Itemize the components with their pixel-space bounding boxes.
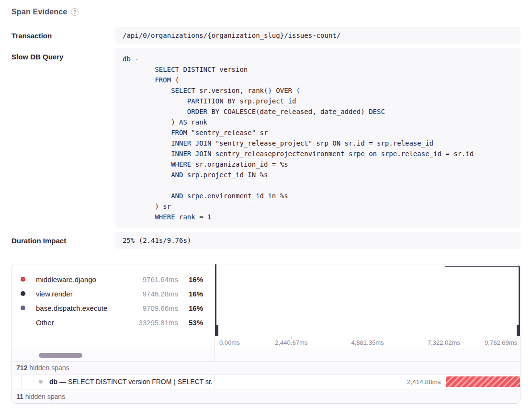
minimap-left-grip[interactable] [215,325,218,336]
slow-db-query-value: db - SELECT DISTINCT version FROM ( SELE… [115,48,521,228]
minimap-span-bar [445,266,519,267]
axis-tickmark [368,336,368,339]
hidden-spans-after[interactable]: 11 hidden spans [12,389,520,403]
transaction-row: Transaction /api/0/organizations/{organi… [11,27,521,44]
hidden-spans-label: hidden spans [29,364,69,372]
transaction-value: /api/0/organizations/{organization_slug}… [115,27,521,44]
axis-tick-label: 9,762.69ms [485,339,517,346]
legend-dot-icon [21,277,25,282]
minimap-left-handle[interactable] [215,264,216,336]
legend-label: base.dispatch.execute [36,304,134,312]
legend-percent: 16% [178,304,203,312]
legend-label: Other [36,318,134,327]
page-title: Span Evidence [11,8,67,16]
transaction-label: Transaction [11,27,115,44]
hidden-spans-before[interactable]: 712 hidden spans [12,362,520,375]
span-duration: 2,414.88ms [407,378,441,386]
axis-left-spacer [12,336,215,349]
hidden-spans-label: hidden spans [25,393,65,400]
legend-percent: 16% [178,275,203,284]
time-axis-row: 0.00ms 2,440.67ms 4,881.35ms 7,322.02ms … [12,336,520,349]
span-separator: — [59,378,66,386]
span-duration-bar[interactable] [446,376,520,387]
legend-label: view.render [36,290,134,298]
legend-duration: 33295.81ms [134,318,178,327]
legend-percent: 53% [178,318,203,327]
legend-duration: 9761.64ms [134,275,178,284]
hidden-spans-count: 712 [16,364,27,372]
legend-dot-icon [21,291,25,296]
legend-dot-icon [21,306,25,310]
time-axis: 0.00ms 2,440.67ms 4,881.35ms 7,322.02ms … [215,336,520,349]
minimap-right-handle[interactable] [519,264,520,336]
legend-row-middleware-django: middleware.django 9761.64ms 16% [21,272,203,286]
minimap-section: middleware.django 9761.64ms 16% view.ren… [12,264,520,336]
span-tree-panel: middleware.django 9761.64ms 16% view.ren… [11,264,521,404]
duration-impact-value: 25% (2.41s/9.76s) [115,232,521,249]
legend-row-view-render: view.render 9746.28ms 16% [21,286,203,301]
tree-connector-horizontal [22,382,41,382]
tree-node-icon [39,380,43,384]
axis-tick-label: 0.00ms [219,339,240,346]
minimap-right-grip[interactable] [517,325,520,336]
legend-label: middleware.django [36,275,134,284]
scrollbar-right-spacer [215,349,520,361]
legend-duration: 9709.66ms [134,304,178,312]
legend-duration: 9746.28ms [134,290,178,298]
hidden-spans-count: 11 [16,393,23,400]
axis-tickmark [444,336,444,339]
axis-tick-label: 2,440.67ms [275,339,307,346]
scrollbar-thumb[interactable] [39,353,82,358]
span-row-duration-cell: 2,414.88ms [215,375,520,389]
legend-percent: 16% [178,290,203,298]
section-header: Span Evidence ? [11,8,521,16]
axis-tick-label: 7,322.02ms [428,339,460,346]
slow-db-query-label: Slow DB Query [11,48,115,228]
legend-row-other: Other 33295.81ms 53% [21,315,203,329]
scrollbar-track[interactable] [12,349,215,361]
span-row-description-cell[interactable]: db — SELECT DISTINCT version FROM ( SELE… [12,375,215,389]
duration-impact-label: Duration Impact [11,232,115,249]
ops-legend: middleware.django 9761.64ms 16% view.ren… [12,264,215,336]
legend-row-base-dispatch-execute: base.dispatch.execute 9709.66ms 16% [21,301,203,315]
duration-impact-row: Duration Impact 25% (2.41s/9.76s) [11,232,521,249]
trace-minimap [215,264,520,336]
span-query-text: SELECT DISTINCT version FROM ( SELECT sr… [68,378,213,386]
span-row-db[interactable]: db — SELECT DISTINCT version FROM ( SELE… [12,375,520,389]
slow-db-query-row: Slow DB Query db - SELECT DISTINCT versi… [11,48,521,228]
span-description: db — SELECT DISTINCT version FROM ( SELE… [49,378,213,386]
help-icon[interactable]: ? [71,8,79,16]
scrollbar-row [12,349,520,362]
axis-tickmark [291,336,292,339]
span-evidence-section: Span Evidence ? Transaction /api/0/organ… [0,0,532,404]
span-op: db [49,378,57,386]
axis-tick-label: 4,881.35ms [351,339,384,346]
